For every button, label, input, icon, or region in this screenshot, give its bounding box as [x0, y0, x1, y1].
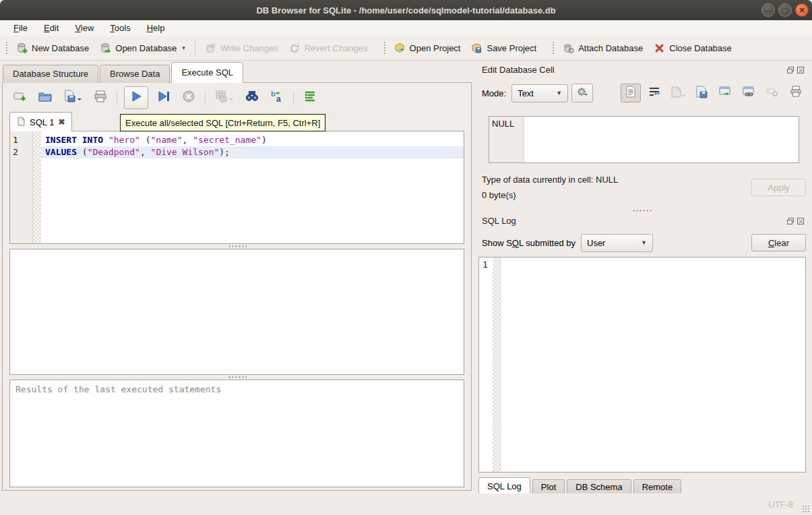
log-filter-select[interactable]: User ▼ — [581, 234, 653, 252]
svg-text:a: a — [276, 94, 281, 104]
edit-cell-dock-titlebar[interactable]: Edit Database Cell — [478, 63, 806, 77]
save-project-button[interactable]: Save Project — [466, 40, 542, 57]
sql-log-dock-titlebar[interactable]: SQL Log — [478, 214, 806, 228]
menu-view[interactable]: View — [68, 22, 100, 34]
cell-editor-toolbar: Mode: Text ▼ — [478, 82, 806, 104]
main-tab-bar: Database Structure Browse Data Execute S… — [0, 61, 474, 83]
execute-icon — [129, 89, 144, 107]
text-mode-button[interactable] — [621, 84, 641, 102]
menu-edit[interactable]: Edit — [37, 22, 65, 34]
cell-editor[interactable]: NULL — [489, 116, 799, 163]
sql-log-view[interactable]: 1 — [478, 257, 806, 473]
mode-select[interactable]: Text ▼ — [511, 84, 568, 102]
write-changes-icon — [205, 42, 216, 54]
right-pane: Edit Database Cell Mode: Text ▼ — [474, 61, 812, 493]
close-tab-icon[interactable]: ✖ — [58, 117, 65, 127]
auto-switch-mode-button[interactable] — [571, 84, 593, 102]
open-database-button[interactable]: Open Database ▾ — [94, 40, 191, 57]
find-button[interactable] — [243, 88, 261, 107]
save-results-icon — [214, 89, 235, 107]
open-in-external-button[interactable] — [715, 84, 735, 102]
open-database-dropdown-icon[interactable]: ▾ — [182, 44, 185, 51]
results-message-panel[interactable]: Results of the last executed statements — [9, 380, 464, 487]
edit-cell-title: Edit Database Cell — [482, 65, 555, 75]
dock-splitter-handle[interactable] — [478, 207, 806, 214]
float-dock-icon[interactable] — [786, 217, 794, 225]
menu-help[interactable]: Help — [140, 22, 172, 34]
replace-button[interactable]: ba — [268, 88, 286, 107]
close-dock-icon[interactable] — [797, 66, 805, 74]
export-icon — [695, 85, 708, 101]
splitter-handle[interactable] — [3, 375, 471, 380]
editor-fold-margin — [33, 131, 41, 243]
editor-code-lines[interactable]: INSERT INTO "hero" ("name", "secret_name… — [41, 131, 464, 243]
revert-changes-label: Revert Changes — [305, 43, 368, 53]
set-null-icon — [766, 85, 779, 101]
word-wrap-icon — [648, 85, 661, 101]
tab-execute-sql[interactable]: Execute SQL — [171, 62, 243, 83]
save-project-icon — [471, 42, 482, 54]
export-cell-button[interactable] — [691, 84, 712, 102]
apply-button: Apply — [751, 179, 806, 196]
execute-sql-button[interactable] — [124, 86, 148, 109]
save-file-icon — [63, 89, 83, 107]
close-database-button[interactable]: Close Database — [648, 40, 737, 57]
save-project-label: Save Project — [487, 43, 536, 53]
attach-database-icon — [563, 42, 574, 54]
window-title: DB Browser for SQLite - /home/user/code/… — [0, 5, 812, 16]
tab-database-structure[interactable]: Database Structure — [3, 65, 98, 83]
execute-current-line-button[interactable] — [154, 88, 173, 107]
save-results-button — [212, 88, 237, 107]
menu-tools[interactable]: Tools — [103, 22, 137, 34]
gear-icon — [576, 86, 588, 100]
float-dock-icon[interactable] — [786, 66, 794, 74]
sql-editor[interactable]: 12 INSERT INTO "hero" ("name", "secret_n… — [9, 131, 464, 244]
link-data-button[interactable] — [739, 84, 759, 102]
maximize-button[interactable]: ▢ — [778, 3, 792, 17]
chevron-down-icon: ▼ — [556, 90, 562, 96]
results-grid-panel[interactable] — [9, 249, 464, 375]
mode-label: Mode: — [482, 88, 506, 98]
statusbar: UTF-8 — [0, 493, 812, 515]
open-project-label: Open Project — [410, 43, 461, 53]
encoding-indicator[interactable]: UTF-8 — [768, 499, 793, 510]
chevron-down-icon: ▼ — [641, 239, 647, 246]
print-sql-button[interactable] — [91, 88, 110, 107]
close-button[interactable]: ✕ — [795, 3, 809, 17]
sql-log-title: SQL Log — [482, 216, 516, 226]
open-project-icon — [394, 42, 406, 54]
splitter-handle[interactable] — [3, 244, 471, 249]
resize-grip[interactable] — [802, 505, 810, 513]
clear-log-button[interactable]: Clear — [751, 234, 806, 251]
stop-icon — [181, 89, 196, 107]
sql-doc-tab[interactable]: SQL 1 ✖ — [9, 112, 72, 131]
sql-doc-tab-label: SQL 1 — [30, 117, 54, 127]
document-icon — [17, 117, 26, 128]
tab-sql-log[interactable]: SQL Log — [478, 477, 530, 495]
titlebar[interactable]: DB Browser for SQLite - /home/user/code/… — [0, 0, 812, 20]
minimize-button[interactable]: — — [761, 3, 775, 17]
cell-text-area[interactable] — [524, 117, 799, 162]
word-wrap-button[interactable] — [644, 84, 664, 102]
revert-changes-icon — [289, 42, 301, 54]
attach-database-label: Attach Database — [578, 43, 643, 53]
cell-size-info: 0 byte(s) — [482, 187, 618, 203]
main-toolbar: New Database Open Database ▾ Write Chang… — [0, 36, 812, 61]
cell-value: NULL — [489, 117, 524, 162]
print-cell-button[interactable] — [786, 84, 806, 102]
open-project-button[interactable]: Open Project — [389, 40, 466, 57]
revert-changes-button: Revert Changes — [284, 40, 373, 57]
new-database-button[interactable]: New Database — [11, 40, 94, 57]
tab-browse-data[interactable]: Browse Data — [100, 65, 170, 83]
set-null-button — [762, 84, 782, 102]
save-sql-file-button[interactable] — [61, 88, 85, 107]
open-sql-tab-button[interactable] — [11, 88, 30, 107]
close-dock-icon[interactable] — [797, 217, 805, 225]
format-sql-button[interactable] — [301, 88, 319, 107]
print-icon — [789, 85, 803, 101]
menu-file[interactable]: File — [7, 22, 34, 34]
attach-database-button[interactable]: Attach Database — [557, 40, 648, 57]
open-sql-file-button[interactable] — [36, 88, 55, 107]
external-window-icon — [718, 85, 732, 101]
link-icon — [742, 85, 755, 101]
